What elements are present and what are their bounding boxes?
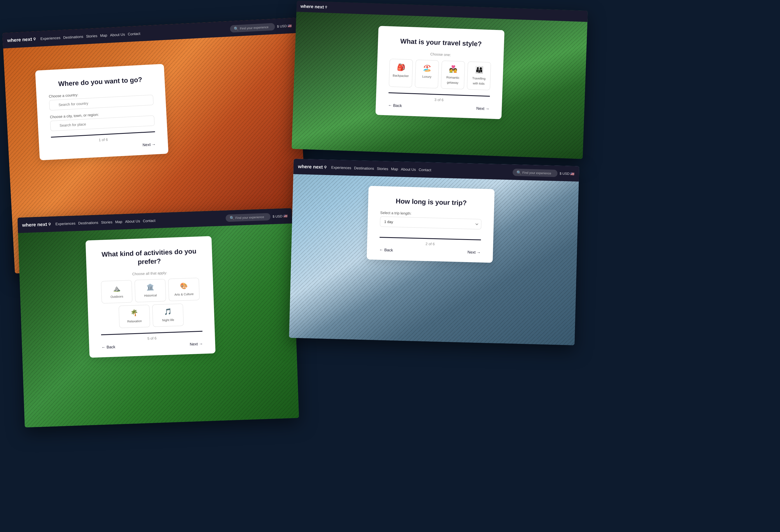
screen4-nav-aboutus[interactable]: About Us [401,167,416,172]
screen1-search-box[interactable]: 🔍 Find your experience [230,23,275,33]
next-arrow-icon: → [151,142,156,147]
screen1-logo: where next [7,36,36,43]
screen4-modal: How long is your trip? Select a trip len… [367,186,495,262]
screen3-nav-destinations[interactable]: Destinations [78,221,98,225]
next-arrow-icon: → [485,106,490,111]
screen3-progress: 5 of 6 [101,334,202,342]
style-card-luxury[interactable]: 🏖️ Luxury [415,60,439,89]
screen3-back-arrow-icon: ← [101,345,106,349]
screen3-footer: ← Back Next → [101,341,203,349]
luxury-icon: 🏖️ [419,64,436,72]
screen2-footer: ← Back Next → [388,103,489,111]
screen4-next-button[interactable]: Next → [468,250,481,254]
activity-card-outdoors[interactable]: ⛰️ Outdoors [101,280,133,304]
nav-aboutus[interactable]: About Us [110,32,125,37]
screen4-title: How long is your trip? [380,196,482,208]
screen3-search-icon: 🔍 [229,215,234,221]
outdoors-icon: ⛰️ [104,285,129,293]
screen4-currency: $ USD 🇺🇸 [559,172,575,176]
svg-point-2 [49,223,50,225]
luxury-label: Luxury [422,75,431,79]
screen4-logo: where next [298,164,327,170]
screen4-search-placeholder: Find your experience [522,171,551,175]
screen2-container: where next What is your travel style? Ch… [292,1,588,159]
activity-card-nightlife[interactable]: 🎵 Night life [152,303,184,327]
backpacker-icon: 🎒 [392,63,410,71]
style-card-romantic[interactable]: 💑 Romantic getaway [441,60,465,89]
where-next-text: where next [7,36,32,43]
screen4-search-icon: 🔍 [517,170,521,175]
arts-icon: 🎨 [172,282,196,290]
screen3-next-button[interactable]: Next → [190,341,203,346]
screen2-title: What is your travel style? [390,36,492,49]
nav-contact[interactable]: Contact [128,31,141,36]
trip-length-select[interactable]: 1 day 2 days 3 days 1 week 2 weeks [380,216,481,229]
historical-icon: 🏛️ [138,283,163,291]
relaxation-icon: 🌴 [122,309,147,317]
activity-card-relaxation[interactable]: 🌴 Relaxation [118,305,150,328]
screen4-container: where next Experiences Destinations Stor… [289,159,579,345]
screen3-divider [101,331,202,335]
screen4-footer: ← Back Next → [379,247,481,254]
svg-point-1 [325,6,327,7]
screen3-nav-stories[interactable]: Stories [101,220,112,225]
screen3-search-placeholder: Find your experience [235,215,264,220]
arts-label: Arts & Culture [175,292,194,296]
nav-destinations[interactable]: Destinations [63,35,83,40]
nav-stories[interactable]: Stories [86,34,97,38]
screen2-back-button[interactable]: ← Back [388,103,402,108]
activity-row1: ⛰️ Outdoors 🏛️ Historical 🎨 Arts & Cultu… [99,278,201,304]
search-icon: 🔍 [234,26,239,31]
screen4-nav-stories[interactable]: Stories [377,166,388,171]
screen3-navbar-right: 🔍 Find your experience $ USD 🇺🇸 [226,212,288,222]
screen4-nav-experiences[interactable]: Experiences [331,165,351,170]
screen3-logo-text: where next [22,222,47,228]
nav-experiences[interactable]: Experiences [40,36,60,41]
screen3-pin-icon [48,223,51,226]
nav-map[interactable]: Map [100,33,107,38]
screen1-next-button[interactable]: Next → [143,142,156,147]
screen2-progress: 3 of 6 [388,96,490,104]
screen3-back-button[interactable]: ← Back [101,344,115,349]
screen4-navbar-right: 🔍 Find your experience $ USD 🇺🇸 [513,168,575,178]
screen4-next-arrow-icon: → [477,250,481,254]
screen3-nav-contact[interactable]: Contact [143,219,155,223]
screen3-nav-experiences[interactable]: Experiences [55,221,76,226]
style-card-kids[interactable]: 👨‍👩‍👧 Travelling with kids [467,62,491,90]
screen1-navbar-right: 🔍 Find your experience $ USD 🇺🇸 [230,22,292,33]
screen3-nav-aboutus[interactable]: About Us [125,219,140,224]
screen2-logo-text: where next [300,4,324,9]
historical-label: Historical [144,294,157,298]
screen2-divider [388,92,490,97]
romantic-icon: 💑 [444,65,462,74]
screen4-search-box[interactable]: 🔍 Find your experience [513,168,557,177]
screen3-next-arrow-icon: → [199,341,203,346]
svg-point-0 [34,38,35,39]
activity-card-historical[interactable]: 🏛️ Historical [135,279,166,302]
screen4-nav-contact[interactable]: Contact [419,167,431,172]
back-arrow-icon: ← [388,103,392,107]
screen4-progress: 2 of 6 [380,241,481,247]
screen1-modal: Where do you want to go? Choose a countr… [35,64,168,160]
nightlife-label: Night life [162,318,174,322]
screen3-search-box[interactable]: 🔍 Find your experience [226,213,271,222]
kids-label: Travelling with kids [472,77,486,85]
screen4-divider [380,237,481,240]
screen3-nav-map[interactable]: Map [115,220,123,224]
screen2-subtitle: Choose one: [390,51,491,58]
screen3-nav: Experiences Destinations Stories Map Abo… [55,216,226,226]
screen4-nav-map[interactable]: Map [391,167,398,172]
style-card-backpacker[interactable]: 🎒 Backpacker [389,59,413,88]
screen3-currency: $ USD 🇺🇸 [273,214,288,219]
activity-card-arts[interactable]: 🎨 Arts & Culture [168,278,200,301]
select-label: Select a trip length: [380,210,481,217]
screen3-container: where next Experiences Destinations Stor… [17,208,299,428]
screen3-title: What kind of activities do you prefer? [98,247,200,268]
screen4-back-button[interactable]: ← Back [379,247,393,252]
screen2-next-button[interactable]: Next → [476,106,489,111]
pin-icon [33,37,36,41]
backpacker-label: Backpacker [393,74,409,78]
screen4-nav-destinations[interactable]: Destinations [354,166,374,171]
screen4-logo-text: where next [298,164,323,170]
screen4-nav: Experiences Destinations Stories Map Abo… [331,165,513,174]
